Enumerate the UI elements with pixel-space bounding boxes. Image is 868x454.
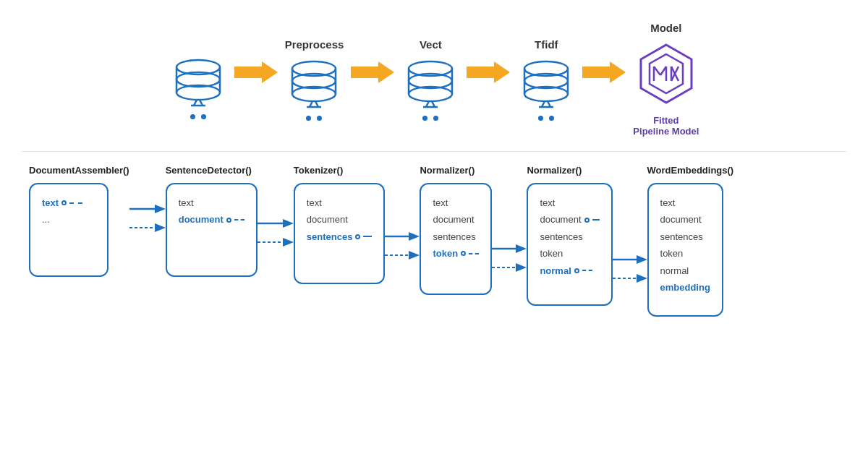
line-document-2: document [179, 211, 244, 228]
dashed-arrow-4 [492, 260, 527, 275]
card-6: text document sentences token normal emb… [647, 183, 723, 317]
output-dot-3 [355, 234, 360, 239]
line-sentences-3: sentences [307, 228, 373, 245]
card-2: text document [166, 183, 258, 277]
pipeline-stage-4: Tfidf [517, 38, 575, 121]
connector-1-2 [129, 201, 166, 236]
dashed-arrow-5 [613, 270, 647, 286]
database-icon-1 [169, 56, 227, 107]
svg-marker-54 [409, 232, 420, 241]
line-token-5: token [540, 245, 599, 262]
stage-document-assembler: DocumentAssembler() text ... [29, 165, 129, 277]
svg-marker-26 [467, 61, 510, 83]
pipeline-stage-3: Vect [401, 38, 459, 121]
db-dots-2 [306, 116, 322, 121]
svg-marker-62 [637, 255, 647, 264]
line-doc-6: document [660, 211, 710, 228]
arrow-3 [467, 58, 510, 87]
line-text-1: text [42, 194, 95, 211]
stage-title-5: Normalizer() [527, 165, 582, 176]
dashed-arrow-2 [258, 234, 294, 250]
stage-normalizer2: Normalizer() text document sentences tok… [527, 165, 612, 306]
connector-2-3 [258, 215, 294, 250]
svg-line-39 [654, 67, 660, 75]
database-icon-3 [401, 58, 459, 108]
stage-title-3: Tokenizer() [294, 165, 343, 176]
svg-marker-17 [351, 61, 394, 83]
svg-marker-58 [516, 244, 527, 253]
stage-normalizer: Normalizer() text document sentences tok… [420, 165, 492, 295]
stage-word-embeddings: WordEmbeddings() text document sentences… [647, 165, 734, 317]
line-doc-4: document [433, 211, 479, 228]
db-dots-3 [422, 116, 438, 121]
solid-arrow-2 [258, 215, 294, 231]
stage-title-2: SentenceDetector() [166, 165, 252, 176]
stage-tokenizer: Tokenizer() text document sentences [294, 165, 386, 284]
arrow-4 [582, 58, 626, 87]
model-icon [634, 41, 699, 106]
line-token-6: token [660, 245, 710, 262]
line-embedding-6: embedding [660, 279, 710, 296]
pipeline-stage-1 [169, 39, 227, 119]
line-text-5: text [540, 194, 599, 211]
connector-4-5 [492, 241, 527, 275]
pipeline-stage-model: Model Fitted Pipeline Model [633, 22, 699, 137]
output-dot-4 [461, 251, 466, 256]
solid-arrow-3 [385, 228, 420, 244]
pipeline-label-model: Model [650, 22, 681, 34]
db-dots-4 [538, 116, 554, 121]
line-text-3: text [307, 194, 373, 211]
solid-arrow-1 [129, 201, 166, 217]
line-sent-6: sentences [660, 228, 710, 245]
arrow-2 [351, 58, 394, 87]
stage-title-1: DocumentAssembler() [29, 165, 129, 176]
pipeline-label-4: Tfidf [535, 38, 558, 51]
line-doc-5: document [540, 211, 599, 228]
pipeline-label-3: Vect [420, 38, 442, 51]
line-sent-4: sentences [433, 228, 479, 245]
svg-marker-52 [283, 238, 294, 247]
fitted-label: Fitted Pipeline Model [633, 115, 699, 137]
card-4: text document sentences token [420, 183, 492, 295]
line-normal-5: normal [540, 262, 599, 279]
line-text-6: text [660, 194, 710, 211]
card-1: text ... [29, 183, 109, 277]
line-sent-5: sentences [540, 228, 599, 245]
svg-marker-64 [637, 274, 647, 283]
card-3: text document sentences [294, 183, 386, 284]
connector-3-4 [385, 228, 420, 263]
arrow-1 [234, 58, 278, 87]
solid-arrow-4 [492, 241, 527, 257]
line-normal-6: normal [660, 262, 710, 279]
output-dot-5 [574, 268, 579, 273]
svg-marker-50 [283, 219, 294, 228]
pipeline-label-2: Preprocess [285, 38, 344, 51]
top-pipeline: Preprocess Vect [22, 22, 846, 137]
svg-marker-46 [155, 205, 166, 213]
output-dot-1 [61, 200, 67, 205]
stage-sentence-detector: SentenceDetector() text document [166, 165, 258, 277]
bottom-pipeline: DocumentAssembler() text ... [22, 165, 846, 317]
pipeline-stage-2: Preprocess [285, 38, 344, 121]
line-token-4: token [433, 245, 479, 262]
svg-marker-8 [234, 61, 278, 83]
divider [22, 151, 846, 152]
solid-arrow-5 [613, 252, 647, 267]
svg-marker-56 [409, 251, 420, 260]
line-document-3: document [307, 211, 373, 228]
db-dots-1 [190, 114, 206, 119]
svg-marker-60 [516, 263, 527, 272]
main-container: Preprocess Vect [0, 0, 868, 454]
card-5: text document sentences token normal [527, 183, 612, 306]
svg-marker-35 [582, 61, 626, 83]
dashed-arrow-1 [129, 220, 166, 236]
small-dot-5a [584, 218, 590, 223]
database-icon-2 [285, 58, 343, 108]
svg-marker-48 [155, 223, 166, 232]
output-dot-2 [226, 218, 231, 223]
stage-title-4: Normalizer() [420, 165, 475, 176]
line-ellipsis-1: ... [42, 211, 95, 228]
line-text-2: text [179, 194, 244, 211]
line-text-4: text [433, 194, 479, 211]
connector-5-6 [613, 252, 647, 286]
